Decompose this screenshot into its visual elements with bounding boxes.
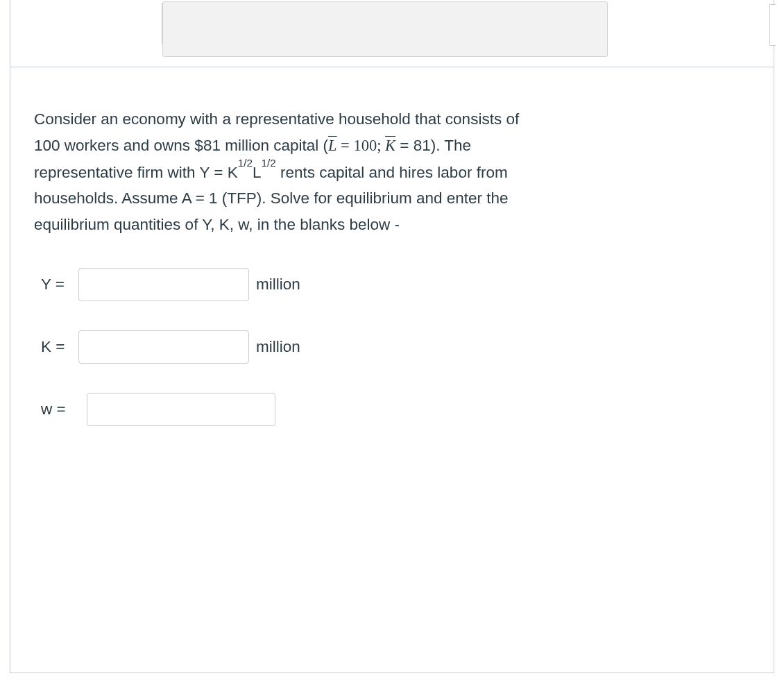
prompt-text: representative firm with Y = K [34,163,238,180]
prompt-text: = 81). The [395,137,471,154]
question-header [10,3,774,67]
label-k: K = [41,338,73,356]
question-prompt: Consider an economy with a representativ… [34,106,750,237]
question-body: Consider an economy with a representativ… [10,67,774,469]
input-y[interactable] [78,268,249,301]
blank-row-y: Y = million [41,268,750,301]
prompt-text: 100 workers and owns $81 million capital… [34,137,328,154]
prompt-text: = 100; [336,137,385,154]
label-w: w = [41,400,73,418]
prompt-text: L [253,163,262,180]
header-left-cell [10,3,162,44]
prompt-text: rents capital and hires labor from [276,163,508,180]
header-disabled-field [162,1,608,57]
blank-row-k: K = million [41,330,750,364]
prompt-text: Consider an economy with a representativ… [34,110,519,128]
prompt-text: households. Assume A = 1 (TFP). Solve fo… [34,189,509,207]
input-w[interactable] [87,393,275,426]
exponent: 1/2 [261,157,275,169]
blank-row-w: w = [41,393,750,426]
exponent: 1/2 [238,157,253,169]
question-card: Consider an economy with a representativ… [10,0,774,673]
unit-k: million [256,338,300,356]
var-K-bar: K [385,137,395,154]
input-k[interactable] [78,330,249,364]
prompt-text: equilibrium quantities of Y, K, w, in th… [34,216,400,233]
answer-blanks: Y = million K = million w = [34,268,750,426]
label-y: Y = [41,276,73,294]
var-L-bar: L [328,137,337,154]
unit-y: million [256,276,300,294]
header-right-notch [769,4,776,46]
